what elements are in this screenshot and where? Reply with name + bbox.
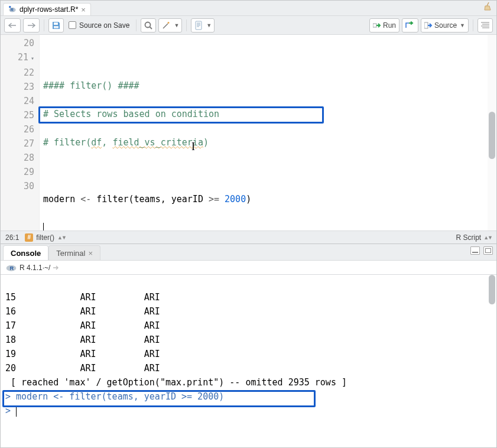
separator bbox=[44, 20, 44, 31]
source-label: Source bbox=[434, 21, 457, 30]
code-editor[interactable]: 20 21▾ 22 23 24 25 26 27 28 29 30 #### f… bbox=[1, 35, 496, 231]
section-name: filter() bbox=[36, 233, 54, 242]
svg-rect-8 bbox=[424, 22, 428, 28]
tab-console[interactable]: Console bbox=[3, 245, 48, 260]
console-row: 17 ARI ARI bbox=[5, 319, 492, 333]
section-nav[interactable]: # filter() ▲▼ bbox=[25, 233, 66, 242]
clear-console-button[interactable] bbox=[483, 1, 493, 12]
scrollbar-thumb[interactable] bbox=[489, 112, 495, 159]
compile-report-button[interactable]: ▼ bbox=[191, 18, 215, 33]
svg-rect-4 bbox=[54, 26, 59, 28]
close-icon[interactable]: × bbox=[88, 249, 93, 257]
file-tab[interactable]: R dplyr-rows-start.R* × bbox=[3, 3, 91, 15]
minimize-pane-button[interactable] bbox=[470, 246, 480, 255]
console-infobar: R R 4.1.1 · ~/ bbox=[1, 261, 496, 275]
code-tools-button[interactable]: ▼ bbox=[158, 18, 182, 33]
console-row: 18 ARI ARI bbox=[5, 333, 492, 347]
editor-toolbar: Source on Save ▼ ▼ Run Source ▼ bbox=[1, 16, 496, 35]
svg-text:R: R bbox=[10, 265, 14, 271]
console-row: 15 ARI ARI bbox=[5, 290, 492, 304]
scrollbar-thumb[interactable] bbox=[489, 275, 495, 304]
console-row: 19 ARI ARI bbox=[5, 347, 492, 361]
language-selector[interactable]: R Script ▲▼ bbox=[456, 233, 492, 242]
console-tabstrip: Console Terminal × bbox=[1, 244, 496, 261]
source-on-save-checkbox[interactable] bbox=[69, 21, 76, 29]
console-pane: Console Terminal × R R 4.1.1 · ~/ 15 ARI bbox=[1, 244, 496, 448]
text-cursor-icon: I bbox=[191, 139, 195, 154]
source-button[interactable]: Source ▼ bbox=[421, 18, 469, 33]
section-stepper-icon: ▲▼ bbox=[57, 235, 66, 241]
console-row: 20 ARI ARI bbox=[5, 361, 492, 375]
svg-rect-7 bbox=[373, 24, 376, 27]
svg-point-2 bbox=[9, 6, 11, 8]
source-pane: R dplyr-rows-start.R* × Source on Save ▼ bbox=[1, 1, 496, 244]
tab-terminal-label: Terminal bbox=[56, 249, 85, 258]
r-file-icon: R bbox=[8, 5, 17, 14]
console-row: 16 ARI ARI bbox=[5, 304, 492, 319]
maximize-pane-button[interactable] bbox=[483, 246, 493, 255]
file-tab-label: dplyr-rows-start.R* bbox=[20, 5, 78, 14]
run-icon bbox=[373, 22, 381, 29]
outline-button[interactable] bbox=[477, 18, 493, 33]
close-icon[interactable]: × bbox=[81, 6, 86, 14]
find-button[interactable] bbox=[141, 18, 156, 33]
console-scrollbar[interactable] bbox=[488, 275, 496, 448]
section-icon: # bbox=[25, 233, 33, 242]
save-button[interactable] bbox=[48, 18, 64, 33]
cursor-position: 26:1 bbox=[5, 233, 19, 242]
nav-forward-button[interactable] bbox=[23, 18, 40, 33]
svg-rect-3 bbox=[54, 22, 58, 25]
r-version: R 4.1.1 bbox=[20, 264, 43, 272]
svg-point-5 bbox=[145, 22, 151, 27]
tab-terminal[interactable]: Terminal × bbox=[48, 245, 100, 260]
separator bbox=[136, 20, 137, 31]
tab-console-label: Console bbox=[11, 249, 41, 258]
run-button[interactable]: Run bbox=[369, 18, 399, 33]
r-logo-icon: R bbox=[5, 263, 16, 272]
source-on-save-label: Source on Save bbox=[79, 21, 129, 30]
editor-statusbar: 26:1 # filter() ▲▼ R Script ▲▼ bbox=[1, 231, 496, 244]
language-label: R Script bbox=[456, 233, 481, 242]
editor-tabstrip: R dplyr-rows-start.R* × bbox=[1, 1, 496, 16]
working-dir[interactable]: ~/ bbox=[44, 264, 50, 272]
language-stepper-icon: ▲▼ bbox=[483, 235, 492, 241]
share-icon[interactable] bbox=[51, 264, 60, 271]
console-output[interactable]: 15 ARI ARI 16 ARI ARI 17 ARI ARI 18 ARI … bbox=[1, 275, 496, 448]
separator bbox=[186, 20, 187, 31]
highlight-box bbox=[2, 390, 316, 407]
line-gutter: 20 21▾ 22 23 24 25 26 27 28 29 30 bbox=[1, 35, 40, 231]
separator bbox=[473, 20, 473, 31]
code-area[interactable]: #### filter() #### # Selects rows based … bbox=[40, 35, 496, 231]
nav-back-button[interactable] bbox=[4, 18, 21, 33]
run-label: Run bbox=[383, 21, 396, 30]
rerun-button[interactable] bbox=[402, 18, 418, 33]
source-icon bbox=[424, 22, 433, 29]
editor-scrollbar[interactable] bbox=[488, 35, 496, 231]
svg-text:R: R bbox=[11, 8, 14, 12]
